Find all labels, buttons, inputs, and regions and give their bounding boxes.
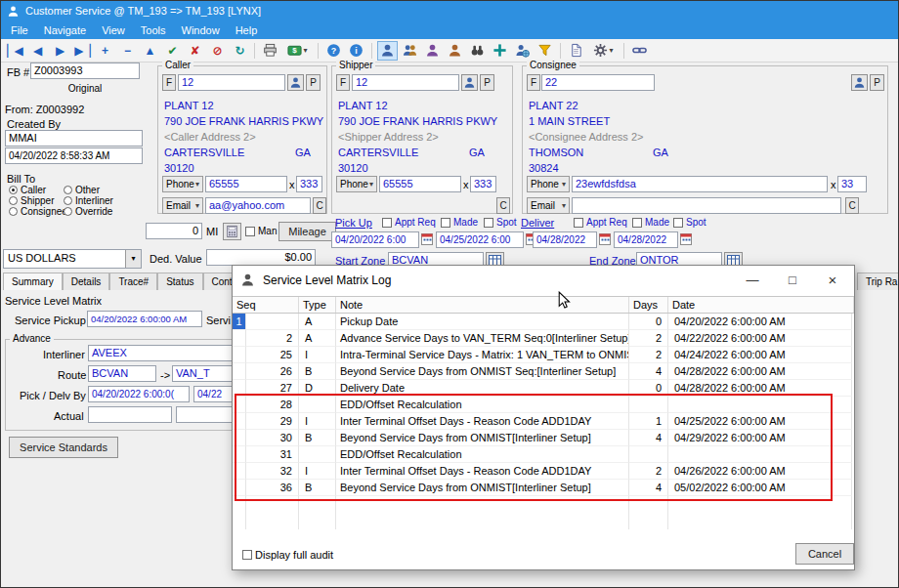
column-header-date[interactable]: Date bbox=[668, 297, 854, 313]
minimize-button[interactable]: — bbox=[733, 267, 772, 293]
tab-details[interactable]: Details bbox=[63, 273, 110, 290]
menu-window[interactable]: Window bbox=[174, 22, 228, 38]
log-cell[interactable]: 32 bbox=[246, 463, 299, 480]
log-cell[interactable]: Beyond Service Days from ONMIST Seq:[Int… bbox=[336, 363, 629, 380]
mileage-button[interactable]: Mileage bbox=[278, 222, 336, 241]
pick-by-field[interactable]: 04/20/2022 6:00:0( bbox=[88, 386, 190, 402]
log-cell[interactable]: 04/28/2022 6:00:00 AM bbox=[668, 363, 852, 380]
service-standards-button[interactable]: Service Standards bbox=[9, 437, 118, 458]
menu-file[interactable]: File bbox=[3, 22, 36, 38]
shipper-contact-button[interactable] bbox=[461, 74, 478, 91]
log-cell[interactable]: I bbox=[299, 347, 336, 363]
customer-service-icon[interactable] bbox=[377, 41, 398, 61]
man-checkbox[interactable]: Man bbox=[245, 226, 277, 236]
caller-phone-field[interactable]: 65555 bbox=[205, 176, 287, 192]
help-icon[interactable]: ? bbox=[323, 41, 344, 61]
column-header-type[interactable]: Type bbox=[299, 297, 336, 313]
menu-tools[interactable]: Tools bbox=[133, 22, 174, 38]
menu-view[interactable]: View bbox=[94, 22, 133, 38]
log-cell[interactable]: B bbox=[299, 480, 336, 496]
log-cell[interactable]: A bbox=[299, 314, 336, 330]
column-header-days[interactable]: Days bbox=[629, 297, 668, 313]
shipper-phone-combo[interactable]: Phone▾ bbox=[336, 176, 377, 192]
web-user-icon[interactable] bbox=[512, 41, 533, 61]
route-from-field[interactable]: BCVAN bbox=[88, 365, 156, 382]
pickup-made-checkbox[interactable]: Made bbox=[441, 217, 478, 228]
log-row[interactable]: 31EDD/Offset Recalculation bbox=[233, 446, 854, 463]
print-icon[interactable] bbox=[260, 41, 280, 61]
menu-navigate[interactable]: Navigate bbox=[36, 22, 94, 38]
contacts-icon[interactable] bbox=[400, 41, 420, 61]
datetime-picker-icon[interactable] bbox=[680, 232, 692, 245]
service-pickup-field[interactable]: 04/20/2022 6:00:00 AM bbox=[87, 311, 202, 327]
log-cell[interactable]: EDD/Offset Recalculation bbox=[336, 446, 629, 463]
log-cell[interactable]: 04/26/2022 6:00:00 AM bbox=[668, 463, 852, 480]
log-cell[interactable]: Pickup Date bbox=[336, 314, 629, 330]
fb-field[interactable]: Z0003993 bbox=[30, 63, 140, 79]
log-cell[interactable]: 36 bbox=[246, 480, 299, 496]
log-cell[interactable]: 2 bbox=[246, 330, 299, 347]
find-icon[interactable] bbox=[467, 41, 488, 61]
consignee-ext-field[interactable]: 33 bbox=[837, 176, 867, 192]
actual-field-1[interactable] bbox=[88, 406, 172, 423]
caller-phone-combo[interactable]: Phone▾ bbox=[162, 176, 203, 192]
log-cell[interactable]: 26 bbox=[246, 363, 299, 380]
deliver-appt-req-checkbox[interactable]: Appt Req bbox=[574, 217, 627, 228]
bill-to-option-interliner[interactable]: Interliner bbox=[64, 195, 113, 206]
log-cell[interactable]: Inter Terminal Offset Days - Reason Code… bbox=[336, 413, 629, 430]
log-row[interactable]: 1APickup Date004/20/2022 6:00:00 AM bbox=[233, 314, 854, 330]
log-cell[interactable]: EDD/Offset Recalculation bbox=[336, 397, 629, 413]
shipper-f-button[interactable]: F bbox=[336, 74, 350, 91]
consignee-email-combo[interactable]: Email▾ bbox=[527, 197, 570, 214]
pickup-spot-checkbox[interactable]: Spot bbox=[484, 217, 517, 228]
log-cell[interactable] bbox=[233, 446, 246, 463]
close-button[interactable]: × bbox=[813, 267, 852, 293]
next-record-icon[interactable]: ▶ bbox=[49, 41, 69, 61]
rate-icon[interactable]: $▾ bbox=[282, 41, 313, 61]
log-cell[interactable]: 4 bbox=[629, 480, 668, 496]
link-icon[interactable] bbox=[629, 41, 650, 61]
shipper-p-button[interactable]: P bbox=[480, 74, 494, 91]
currency-combo[interactable]: US DOLLARS ▾ bbox=[3, 249, 142, 269]
log-cell[interactable] bbox=[233, 347, 246, 363]
tab-trip-rates[interactable]: Trip Ra bbox=[857, 273, 899, 290]
dock-icon[interactable] bbox=[490, 41, 510, 61]
log-cell[interactable]: 0 bbox=[629, 380, 668, 397]
caller-ext-field[interactable]: 333 bbox=[296, 176, 322, 192]
consignee-contact-button[interactable] bbox=[851, 74, 868, 91]
cancel-edit-icon[interactable]: ✘ bbox=[184, 41, 204, 61]
caller-email-field[interactable]: aa@yahoo.com bbox=[205, 197, 311, 214]
log-cell[interactable]: Delivery Date bbox=[336, 380, 629, 397]
log-cell[interactable] bbox=[233, 413, 246, 430]
log-cell[interactable]: 2 bbox=[629, 463, 668, 480]
log-cell[interactable] bbox=[668, 397, 852, 413]
log-cell[interactable]: Beyond Service Days from ONMIST[Interlin… bbox=[336, 480, 629, 496]
log-cell[interactable] bbox=[233, 380, 246, 397]
info-icon[interactable]: i bbox=[346, 41, 366, 61]
log-cell[interactable]: 0 bbox=[629, 314, 668, 330]
shipper-code-field[interactable]: 12 bbox=[352, 74, 459, 91]
log-cell[interactable] bbox=[629, 446, 668, 463]
column-header-note[interactable]: Note bbox=[336, 297, 629, 313]
prior-record-icon[interactable]: ◀ bbox=[26, 41, 47, 61]
tab-trace-[interactable]: Trace# bbox=[109, 273, 157, 290]
deliver-made-checkbox[interactable]: Made bbox=[632, 217, 669, 228]
log-cell[interactable]: 04/29/2022 6:00:00 AM bbox=[668, 430, 852, 446]
log-cell[interactable]: 2 bbox=[629, 330, 668, 347]
bill-to-option-caller[interactable]: Caller bbox=[9, 185, 67, 195]
log-cell[interactable]: 28 bbox=[246, 397, 299, 413]
datetime-picker-icon[interactable] bbox=[599, 232, 611, 245]
log-cell[interactable] bbox=[233, 480, 246, 496]
log-cell[interactable]: 31 bbox=[246, 446, 299, 463]
log-cell[interactable]: 1 bbox=[629, 413, 668, 430]
menu-help[interactable]: Help bbox=[228, 22, 266, 38]
log-cell[interactable] bbox=[246, 314, 299, 330]
consignee-f-button[interactable]: F bbox=[527, 74, 540, 91]
last-record-icon[interactable]: ▶▕ bbox=[71, 41, 92, 61]
filter-icon[interactable] bbox=[535, 41, 555, 61]
caller-f-button[interactable]: F bbox=[162, 74, 176, 91]
bill-to-option-shipper[interactable]: Shipper bbox=[9, 195, 67, 206]
log-row[interactable]: 25IIntra-Terminal Service Days - Matrix:… bbox=[233, 347, 854, 363]
consignee-p-button[interactable]: P bbox=[870, 74, 884, 91]
caller-c-button[interactable]: C bbox=[313, 197, 326, 214]
